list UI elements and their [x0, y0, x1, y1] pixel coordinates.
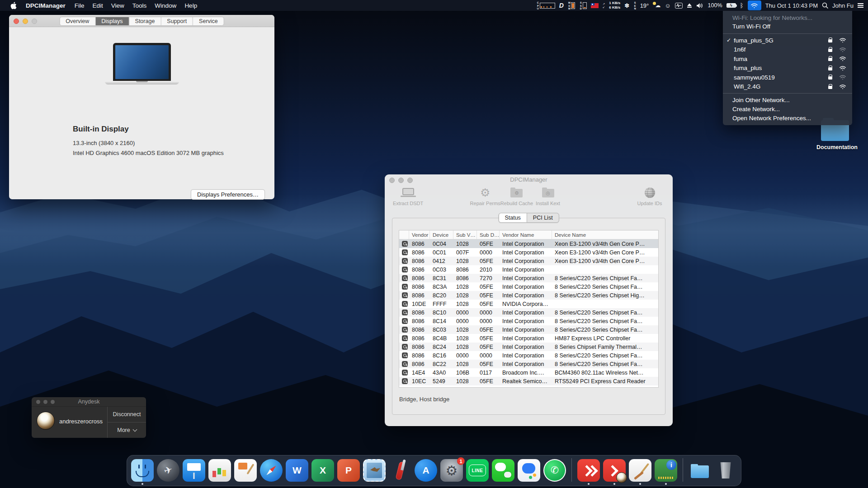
- sensor-label[interactable]: SEN: [633, 1, 636, 9]
- dock-item-launchpad[interactable]: [157, 459, 179, 482]
- tab-overview[interactable]: Overview: [60, 17, 95, 25]
- table-row[interactable]: 80868C1600000000Intel Corporation8 Serie…: [399, 351, 658, 360]
- memory-monitor[interactable]: MEM: [568, 1, 576, 9]
- rebuild-cache-button[interactable]: ⚙ Rebuild Cache: [500, 186, 533, 206]
- dock-item-line[interactable]: LINE: [466, 459, 489, 482]
- bluetooth-icon[interactable]: ᛒ: [740, 2, 744, 9]
- install-kext-button[interactable]: ◎ Install Kext: [533, 186, 563, 206]
- dock-item-safari[interactable]: [260, 459, 283, 482]
- face-icon[interactable]: ☺: [665, 2, 670, 9]
- displays-title-bar[interactable]: Overview Displays Storage Support Servic…: [9, 15, 274, 27]
- dock-item-anydesk[interactable]: [577, 459, 600, 482]
- dock-item-system-preferences[interactable]: 1: [440, 459, 463, 482]
- close-button[interactable]: [14, 19, 19, 24]
- wifi-network-item[interactable]: 1n6f: [723, 45, 852, 55]
- repair-perms-button[interactable]: ⚙ Repair Perms: [470, 186, 500, 206]
- zoom-button[interactable]: [51, 400, 55, 404]
- spotlight-icon[interactable]: [822, 2, 828, 9]
- table-row[interactable]: 80868C22102805FEIntel Corporation8 Serie…: [399, 360, 658, 368]
- column-vendor-name[interactable]: Vendor Name: [500, 230, 552, 239]
- apple-menu[interactable]: [6, 0, 21, 11]
- displays-preferences-button[interactable]: Displays Preferences…: [191, 189, 265, 200]
- activity-icon[interactable]: [675, 3, 683, 9]
- column-device[interactable]: Device: [430, 230, 453, 239]
- eject-icon[interactable]: [687, 3, 692, 8]
- dock-item-wechat[interactable]: [492, 459, 514, 482]
- temperature[interactable]: 19°: [640, 2, 649, 9]
- table-row[interactable]: 80868C3A102805FEIntel Corporation8 Serie…: [399, 282, 658, 291]
- menu-file[interactable]: File: [71, 0, 89, 11]
- column-icon[interactable]: [399, 230, 409, 239]
- dock-item-anydesk-user[interactable]: [603, 459, 626, 482]
- dock-item-finder[interactable]: [131, 459, 154, 482]
- dock-item-wecom[interactable]: [518, 459, 540, 482]
- close-button[interactable]: [389, 178, 395, 183]
- tab-service[interactable]: Service: [193, 17, 224, 25]
- dock-item-pages[interactable]: [234, 459, 257, 482]
- notification-center-icon[interactable]: [858, 3, 863, 8]
- table-row[interactable]: 80868C1000000000Intel Corporation8 Serie…: [399, 308, 658, 317]
- menu-tools[interactable]: Tools: [128, 0, 151, 11]
- column-sub-vendor[interactable]: Sub V…: [453, 230, 477, 239]
- table-row[interactable]: 80860C04102805FEIntel CorporationXeon E3…: [399, 239, 658, 248]
- table-row[interactable]: 80868C1400000000Intel Corporation8 Serie…: [399, 317, 658, 325]
- table-row[interactable]: 10DEFFFF102805FENVIDIA Corpora…: [399, 300, 658, 308]
- dock-item-text-tool[interactable]: [629, 459, 651, 482]
- dock-item-dpcimanager[interactable]: [655, 459, 677, 482]
- extract-dsdt-button[interactable]: Extract DSDT: [393, 186, 423, 206]
- dock-item-numbers[interactable]: [208, 459, 231, 482]
- menu-help[interactable]: Help: [180, 0, 201, 11]
- wifi-toggle-item[interactable]: Turn Wi-Fi Off: [723, 22, 852, 32]
- dock-item-excel[interactable]: X: [311, 459, 334, 482]
- column-device-name[interactable]: Device Name: [552, 230, 658, 239]
- app-menu[interactable]: DPCIManager: [22, 0, 70, 11]
- update-ids-button[interactable]: Update IDs: [635, 186, 665, 206]
- table-row[interactable]: 10EC5249102805FERealtek Semico…RTS5249 P…: [399, 377, 658, 385]
- tab-storage[interactable]: Storage: [129, 17, 161, 25]
- dock-item-trash[interactable]: [714, 459, 737, 482]
- menu-edit[interactable]: Edit: [89, 0, 107, 11]
- wifi-menu-action[interactable]: Create Network...: [723, 104, 852, 113]
- wifi-menu-button[interactable]: [748, 0, 761, 10]
- cpu-monitor[interactable]: CPU: [536, 1, 555, 9]
- weather-icon[interactable]: ☁: [653, 2, 660, 9]
- battery-percent[interactable]: 100%: [708, 2, 722, 9]
- wifi-network-item[interactable]: fuma: [723, 54, 852, 64]
- menu-window[interactable]: Window: [151, 0, 180, 11]
- dock-item-mail[interactable]: [363, 459, 386, 482]
- dock-item-word[interactable]: W: [286, 459, 308, 482]
- more-button[interactable]: More: [108, 422, 146, 438]
- tab-support[interactable]: Support: [161, 17, 193, 25]
- user-menu[interactable]: John Fu: [832, 2, 854, 9]
- table-row[interactable]: 80860412102805FEIntel CorporationXeon E3…: [399, 257, 658, 265]
- wifi-network-item[interactable]: Wifi_2.4G: [723, 82, 852, 92]
- close-button[interactable]: [36, 400, 40, 404]
- segment-pci-list[interactable]: PCI List: [527, 213, 559, 222]
- segment-status[interactable]: Status: [499, 213, 526, 222]
- dpci-title-bar[interactable]: DPCIManager: [385, 174, 673, 185]
- table-row[interactable]: 80868C3180867270Intel Corporation8 Serie…: [399, 274, 658, 282]
- menu-bar-clock[interactable]: Thu Oct 1 10:43 PM: [765, 2, 818, 9]
- wifi-menu-action[interactable]: Join Other Network...: [723, 95, 852, 104]
- fan-icon[interactable]: ✽: [624, 2, 629, 9]
- ssd-monitor[interactable]: SSD: [579, 1, 587, 9]
- volume-icon[interactable]: [696, 3, 704, 9]
- table-row[interactable]: 80868C20102805FEIntel Corporation8 Serie…: [399, 291, 658, 300]
- minimize-button[interactable]: [398, 178, 404, 183]
- dock-item-knife[interactable]: [389, 459, 411, 482]
- zoom-button[interactable]: [32, 19, 37, 24]
- network-arrows-icon[interactable]: ↗↙: [603, 2, 605, 9]
- dock-item-powerpoint[interactable]: P: [337, 459, 360, 482]
- table-row[interactable]: 80868C24102805FEIntel Corporation8 Serie…: [399, 343, 658, 351]
- dock-item-keynote[interactable]: [183, 459, 205, 482]
- dock-item-app-store[interactable]: A: [415, 459, 437, 482]
- anydesk-title-bar[interactable]: Anydesk: [32, 397, 146, 407]
- minimize-button[interactable]: [43, 400, 47, 404]
- table-row[interactable]: 80860C0380862010Intel Corporation: [399, 265, 658, 274]
- network-speed[interactable]: 1 KB/s 6 KB/s: [609, 1, 620, 9]
- tab-displays[interactable]: Displays: [95, 17, 129, 25]
- dock-item-whatsapp[interactable]: [543, 459, 566, 482]
- taiwan-flag-icon[interactable]: [591, 3, 599, 8]
- column-vendor[interactable]: Vendor: [409, 230, 430, 239]
- menu-view[interactable]: View: [107, 0, 128, 11]
